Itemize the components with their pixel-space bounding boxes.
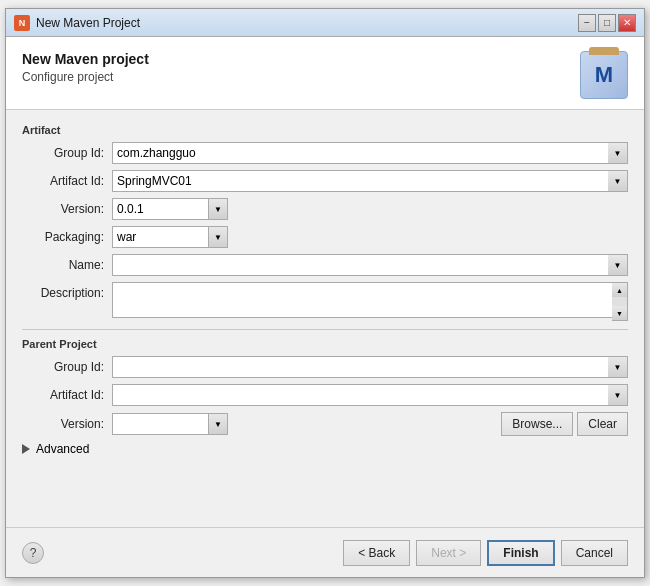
description-wrapper: ▲ ▼	[112, 282, 628, 321]
name-label: Name:	[22, 258, 112, 272]
description-scrollbar: ▲ ▼	[612, 282, 628, 321]
version-row-artifact: Version: ▼	[22, 198, 628, 220]
parent-artifact-id-combo: ▼	[112, 384, 628, 406]
header-text: New Maven project Configure project	[22, 51, 149, 84]
packaging-label: Packaging:	[22, 230, 112, 244]
minimize-button[interactable]: −	[578, 14, 596, 32]
page-subtitle: Configure project	[22, 70, 149, 84]
main-window: N New Maven Project − □ ✕ New Maven proj…	[5, 8, 645, 578]
parent-version-row: Version: ▼ Browse... Clear	[22, 412, 628, 436]
back-button[interactable]: < Back	[343, 540, 410, 566]
description-input[interactable]	[112, 282, 628, 318]
maven-handle	[589, 47, 619, 55]
version-dropdown-arrow-artifact[interactable]: ▼	[208, 198, 228, 220]
help-icon: ?	[30, 546, 37, 560]
parent-group-id-combo: ▼	[112, 356, 628, 378]
packaging-dropdown-arrow[interactable]: ▼	[208, 226, 228, 248]
parent-artifact-id-dropdown-arrow[interactable]: ▼	[608, 384, 628, 406]
window-controls: − □ ✕	[578, 14, 636, 32]
group-id-row: Group Id: ▼	[22, 142, 628, 164]
parent-version-combo: ▼	[112, 413, 228, 435]
description-label: Description:	[22, 282, 112, 300]
advanced-row[interactable]: Advanced	[22, 442, 628, 456]
parent-artifact-id-label: Artifact Id:	[22, 388, 112, 402]
parent-artifact-id-row: Artifact Id: ▼	[22, 384, 628, 406]
packaging-combo: ▼	[112, 226, 228, 248]
maven-logo: M	[595, 62, 613, 88]
parent-group-id-label: Group Id:	[22, 360, 112, 374]
window-title: New Maven Project	[36, 16, 578, 30]
section-divider	[22, 329, 628, 330]
next-button[interactable]: Next >	[416, 540, 481, 566]
content-area: Artifact Group Id: ▼ Artifact Id: ▼ Vers…	[6, 110, 644, 527]
artifact-id-row: Artifact Id: ▼	[22, 170, 628, 192]
finish-button[interactable]: Finish	[487, 540, 554, 566]
packaging-input[interactable]	[112, 226, 208, 248]
browse-clear-group: Browse... Clear	[501, 412, 628, 436]
parent-group-id-dropdown-arrow[interactable]: ▼	[608, 356, 628, 378]
artifact-id-input[interactable]	[112, 170, 628, 192]
page-title: New Maven project	[22, 51, 149, 67]
parent-group-id-input[interactable]	[112, 356, 628, 378]
maven-icon: M	[580, 51, 628, 99]
footer-left: ?	[22, 542, 44, 564]
packaging-row: Packaging: ▼	[22, 226, 628, 248]
scrollbar-down-btn[interactable]: ▼	[612, 306, 627, 320]
artifact-id-dropdown-arrow[interactable]: ▼	[608, 170, 628, 192]
version-combo-artifact: ▼	[112, 198, 228, 220]
footer: ? < Back Next > Finish Cancel	[6, 527, 644, 577]
artifact-id-combo: ▼	[112, 170, 628, 192]
header-section: New Maven project Configure project M	[6, 37, 644, 110]
scrollbar-up-btn[interactable]: ▲	[612, 283, 627, 297]
group-id-combo: ▼	[112, 142, 628, 164]
title-bar: N New Maven Project − □ ✕	[6, 9, 644, 37]
artifact-id-label: Artifact Id:	[22, 174, 112, 188]
advanced-triangle-icon	[22, 444, 30, 454]
parent-version-label: Version:	[22, 417, 112, 431]
version-label-artifact: Version:	[22, 202, 112, 216]
version-input-artifact[interactable]	[112, 198, 208, 220]
close-button[interactable]: ✕	[618, 14, 636, 32]
advanced-label: Advanced	[36, 442, 89, 456]
group-id-dropdown-arrow[interactable]: ▼	[608, 142, 628, 164]
name-combo: ▼	[112, 254, 628, 276]
name-row: Name: ▼	[22, 254, 628, 276]
parent-version-input[interactable]	[112, 413, 208, 435]
parent-artifact-id-input[interactable]	[112, 384, 628, 406]
name-dropdown-arrow[interactable]: ▼	[608, 254, 628, 276]
name-input[interactable]	[112, 254, 628, 276]
group-id-label: Group Id:	[22, 146, 112, 160]
maximize-button[interactable]: □	[598, 14, 616, 32]
group-id-input[interactable]	[112, 142, 628, 164]
parent-version-dropdown-arrow[interactable]: ▼	[208, 413, 228, 435]
footer-right: < Back Next > Finish Cancel	[343, 540, 628, 566]
artifact-section-label: Artifact	[22, 124, 628, 136]
window-icon: N	[14, 15, 30, 31]
help-button[interactable]: ?	[22, 542, 44, 564]
browse-button[interactable]: Browse...	[501, 412, 573, 436]
parent-project-section-label: Parent Project	[22, 338, 628, 350]
description-row: Description: ▲ ▼	[22, 282, 628, 321]
parent-group-id-row: Group Id: ▼	[22, 356, 628, 378]
cancel-button[interactable]: Cancel	[561, 540, 628, 566]
clear-button[interactable]: Clear	[577, 412, 628, 436]
